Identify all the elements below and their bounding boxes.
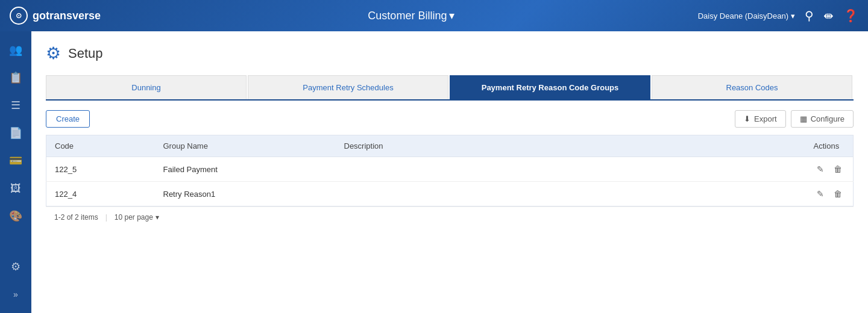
cell-actions: ✎ 🗑 [805, 157, 854, 182]
main-layout: 👥 📋 ☰ 📄 💳 🖼 🎨 ⚙ » ⚙ Set [0, 31, 868, 313]
sidebar-item-card[interactable]: 💳 [3, 148, 28, 173]
action-icons: ✎ 🗑 [814, 163, 845, 175]
configure-icon: ▦ [800, 114, 807, 123]
configure-button[interactable]: ▦ Configure [791, 110, 854, 128]
content-area: ⚙ Setup Dunning Payment Retry Schedules … [31, 31, 868, 313]
sidebar: 👥 📋 ☰ 📄 💳 🖼 🎨 ⚙ » [0, 31, 31, 313]
tab-reason-codes-label: Reason Codes [726, 83, 778, 92]
app-title[interactable]: Customer Billing ▾ [125, 9, 698, 22]
pagination-summary: 1-2 of 2 items [54, 213, 98, 222]
help-icon[interactable]: ❓ [843, 8, 858, 23]
app-logo[interactable]: ⊙ gotransverse [10, 7, 101, 25]
user-name: Daisy Deane (DaisyDean) [698, 11, 788, 20]
per-page-selector[interactable]: 10 per page ▾ [115, 213, 159, 222]
create-button[interactable]: Create [46, 110, 90, 128]
delete-button-row2[interactable]: 🗑 [831, 188, 844, 200]
tab-payment-retry-schedules-label: Payment Retry Schedules [303, 83, 393, 92]
sidebar-item-settings[interactable]: ⚙ [3, 254, 28, 279]
list-icon: ☰ [11, 99, 20, 112]
settings-icon: ⚙ [11, 260, 20, 273]
col-header-group-name: Group Name [155, 135, 336, 157]
table-row: 122_4 Retry Reason1 ✎ 🗑 [46, 182, 854, 206]
calculator-icon: 🖼 [10, 182, 21, 195]
search-icon[interactable]: ⚲ [805, 8, 814, 23]
setup-gear-icon: ⚙ [46, 43, 61, 63]
app-name: gotransverse [33, 10, 101, 22]
expand-icon: » [13, 290, 18, 299]
cell-code: 122_4 [46, 182, 155, 206]
document-icon: 📄 [9, 126, 22, 140]
sidebar-item-list[interactable]: ☰ [3, 93, 28, 118]
card-icon: 💳 [9, 154, 22, 167]
per-page-arrow: ▾ [156, 213, 159, 222]
toolbar-right: ⬇ Export ▦ Configure [735, 110, 854, 128]
top-nav-right: Daisy Deane (DaisyDean) ▾ ⚲ ⇼ ❓ [698, 8, 858, 23]
delete-button-row1[interactable]: 🗑 [831, 163, 844, 175]
app-title-arrow: ▾ [449, 9, 454, 22]
cell-actions: ✎ 🗑 [805, 182, 854, 206]
pagination-separator: | [105, 213, 107, 222]
page-header: ⚙ Setup [46, 43, 854, 63]
tab-payment-retry-reason-code-groups-label: Payment Retry Reason Code Groups [482, 83, 619, 92]
edit-button-row2[interactable]: ✎ [814, 188, 826, 200]
cell-description [336, 182, 805, 206]
tab-dunning[interactable]: Dunning [46, 75, 247, 99]
tab-reason-codes[interactable]: Reason Codes [652, 75, 852, 99]
sidebar-expand[interactable]: » [3, 282, 28, 307]
sidebar-item-document[interactable]: 📄 [3, 120, 28, 146]
cell-code: 122_5 [46, 157, 155, 182]
palette-icon: 🎨 [9, 209, 22, 223]
action-icons: ✎ 🗑 [814, 188, 845, 200]
export-button[interactable]: ⬇ Export [735, 110, 786, 128]
toolbar: Create ⬇ Export ▦ Configure [46, 110, 854, 128]
cell-group-name: Failed Payment [155, 157, 336, 182]
data-table: Code Group Name Description Actions 122_… [46, 135, 854, 206]
cell-group-name: Retry Reason1 [155, 182, 336, 206]
per-page-label: 10 per page [115, 213, 153, 222]
page-title: Setup [68, 46, 103, 61]
export-icon: ⬇ [744, 114, 750, 123]
sidebar-item-calculator[interactable]: 🖼 [3, 176, 28, 201]
col-header-code: Code [46, 135, 155, 157]
people-icon: 👥 [9, 43, 22, 57]
user-menu-arrow: ▾ [791, 11, 795, 20]
col-header-description: Description [336, 135, 805, 157]
table-header: Code Group Name Description Actions [46, 135, 854, 157]
sidebar-item-catalog[interactable]: 📋 [3, 65, 28, 90]
sidebar-item-palette[interactable]: 🎨 [3, 203, 28, 229]
configure-label: Configure [811, 114, 844, 123]
pagination: 1-2 of 2 items | 10 per page ▾ [46, 206, 854, 228]
apps-grid-icon[interactable]: ⇼ [823, 8, 834, 23]
table-row: 122_5 Failed Payment ✎ 🗑 [46, 157, 854, 182]
tab-payment-retry-schedules[interactable]: Payment Retry Schedules [248, 75, 448, 99]
user-menu[interactable]: Daisy Deane (DaisyDean) ▾ [698, 11, 795, 20]
logo-icon: ⊙ [10, 7, 28, 25]
edit-button-row1[interactable]: ✎ [814, 163, 826, 175]
cell-description [336, 157, 805, 182]
table-body: 122_5 Failed Payment ✎ 🗑 122_4 Retry Rea… [46, 157, 854, 206]
app-title-text: Customer Billing [368, 10, 447, 22]
col-header-actions: Actions [805, 135, 854, 157]
tab-dunning-label: Dunning [131, 83, 160, 92]
tab-bar: Dunning Payment Retry Schedules Payment … [46, 75, 854, 101]
top-nav: ⊙ gotransverse Customer Billing ▾ Daisy … [0, 0, 868, 31]
catalog-icon: 📋 [9, 71, 22, 84]
sidebar-item-people[interactable]: 👥 [3, 37, 28, 63]
export-label: Export [754, 114, 777, 123]
tab-payment-retry-reason-code-groups[interactable]: Payment Retry Reason Code Groups [450, 75, 650, 99]
